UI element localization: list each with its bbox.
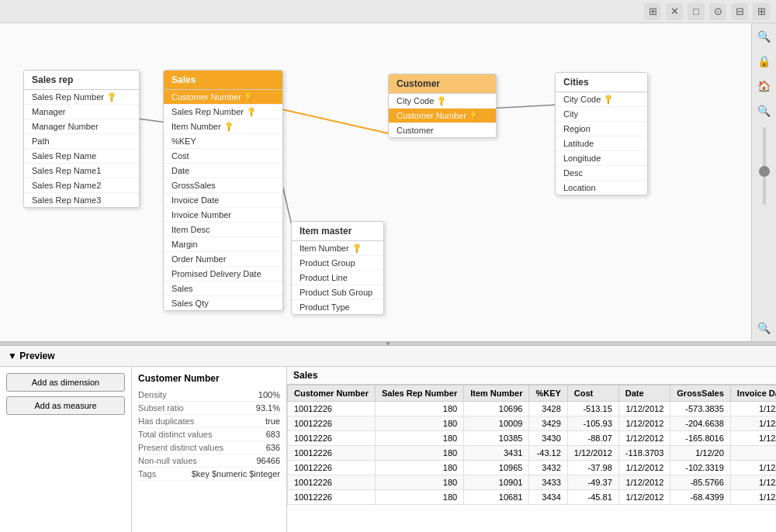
table-row: 10012226180109013433-49.371/12/2012-85.5… (288, 475, 777, 490)
key-icon-srn: 🔑 (245, 106, 257, 118)
field-city[interactable]: City (556, 107, 647, 122)
key-icon-in: 🔑 (223, 121, 234, 133)
field-salesrep-name3[interactable]: Sales Rep Name3 (24, 193, 139, 207)
field-cost[interactable]: Cost (164, 149, 282, 164)
canvas-area: Sales rep Sales Rep Number 🔑 Manager Man… (0, 23, 776, 341)
field-city-code[interactable]: City Code 🔑 (389, 94, 496, 109)
table-itemmaster-header: Item master (292, 222, 383, 241)
field-customer-number-cust[interactable]: Customer Number 🔑 (389, 109, 496, 123)
table-customer: Customer City Code 🔑 Customer Number 🔑 C… (388, 74, 497, 138)
zoom-track[interactable] (763, 127, 766, 205)
field-im-item-number[interactable]: Item Number 🔑 (292, 241, 383, 256)
field-promised-delivery[interactable]: Promised Delivery Date (164, 267, 282, 282)
home-icon[interactable]: 🏠 (756, 78, 773, 95)
preview-meta-panel: Customer Number Density 100% Subset rati… (132, 367, 287, 532)
field-latitude[interactable]: Latitude (556, 136, 647, 151)
col-pkey: %KEY (529, 385, 567, 402)
zoom-in-icon[interactable]: 🔍 (756, 28, 773, 45)
preview-area: ▼ Preview Add as dimension Add as measur… (0, 346, 776, 532)
field-location[interactable]: Location (556, 181, 647, 195)
add-measure-button[interactable]: Add as measure (6, 396, 125, 415)
meta-pd-label: Present distinct values (138, 443, 223, 452)
field-customer-number[interactable]: Customer Number 🔑 (164, 90, 282, 105)
toolbar-icon-1[interactable]: ⊞ (644, 3, 661, 20)
field-invoice-date[interactable]: Invoice Date (164, 193, 282, 208)
table-sales: Sales Customer Number 🔑 Sales Rep Number… (163, 70, 283, 311)
field-invoice-number[interactable]: Invoice Number (164, 208, 282, 223)
zoom-thumb[interactable] (759, 166, 770, 177)
field-salesrep-name1[interactable]: Sales Rep Name1 (24, 164, 139, 178)
field-cities-city-code[interactable]: City Code 🔑 (556, 92, 647, 107)
field-customer[interactable]: Customer (389, 123, 496, 137)
toolbar: ⊞ ✕ □ ⊙ ⊟ ⊞ (0, 0, 776, 23)
table-row: 10012226180100093429-105.931/12/2012-204… (288, 416, 777, 431)
meta-td-label: Total distinct values (138, 430, 212, 439)
field-order-number[interactable]: Order Number (164, 252, 282, 267)
field-sales-rep-number[interactable]: Sales Rep Number 🔑 (164, 105, 282, 119)
table-row: 10012226180103853430-88.071/12/2012-165.… (288, 431, 777, 446)
field-manager-number[interactable]: Manager Number (24, 119, 139, 134)
table-row: 10012226180109653432-37.981/12/2012-102.… (288, 461, 777, 475)
field-product-group[interactable]: Product Group (292, 256, 383, 271)
meta-tags-label: Tags (138, 469, 156, 478)
meta-subset-value: 93.1% (256, 403, 280, 413)
table-row: 100122261803431-43.121/12/2012-118.37031… (288, 446, 777, 461)
table-sales-header: Sales (164, 71, 282, 90)
toolbar-icon-2[interactable]: ✕ (666, 3, 683, 20)
col-sales-rep-number: Sales Rep Number (375, 385, 463, 402)
field-salesrep-name[interactable]: Sales Rep Name (24, 149, 139, 164)
meta-field-name: Customer Number (138, 373, 280, 384)
field-grosssales[interactable]: GrossSales (164, 178, 282, 193)
field-region[interactable]: Region (556, 122, 647, 136)
field-product-type[interactable]: Product Type (292, 300, 383, 314)
meta-total-distinct: Total distinct values 683 (138, 428, 280, 441)
field-date[interactable]: Date (164, 164, 282, 178)
table-salesrep: Sales rep Sales Rep Number 🔑 Manager Man… (23, 70, 140, 208)
meta-td-value: 683 (266, 430, 280, 439)
field-salesrep-name2[interactable]: Sales Rep Name2 (24, 178, 139, 193)
col-customer-number: Customer Number (288, 385, 376, 402)
lock-icon[interactable]: 🔒 (756, 53, 773, 70)
meta-density-label: Density (138, 390, 167, 399)
meta-density-value: 100% (258, 390, 280, 399)
svg-line-3 (487, 105, 559, 109)
field-desc[interactable]: Desc (556, 166, 647, 181)
toolbar-icon-3[interactable]: □ (688, 3, 705, 20)
preview-table-body: 10012226180106963428-513.151/12/2012-573… (288, 402, 777, 505)
table-cities-header: Cities (556, 73, 647, 92)
toolbar-icon-5[interactable]: ⊟ (731, 3, 748, 20)
toolbar-icon-4[interactable]: ⊙ (709, 3, 726, 20)
field-longitude[interactable]: Longitude (556, 151, 647, 166)
field-item-number[interactable]: Item Number 🔑 (164, 119, 282, 134)
meta-nonnull: Non-null values 96466 (138, 454, 280, 468)
table-salesrep-header: Sales rep (24, 71, 139, 90)
zoom-fit-icon[interactable]: 🔍 (756, 320, 773, 337)
preview-table-area[interactable]: Sales Customer Number Sales Rep Number I… (287, 367, 776, 532)
col-date: Date (618, 385, 670, 402)
col-item-number: Item Number (464, 385, 529, 402)
add-dimension-button[interactable]: Add as dimension (6, 373, 125, 392)
meta-dup-label: Has duplicates (138, 416, 194, 426)
col-cost: Cost (567, 385, 618, 402)
key-icon-cc: 🔑 (435, 95, 447, 107)
field-product-line[interactable]: Product Line (292, 271, 383, 285)
table-row: 10012226180106813434-45.811/12/2012-68.4… (288, 490, 777, 505)
field-sales-qty[interactable]: Sales Qty (164, 296, 282, 310)
toolbar-icon-6[interactable]: ⊞ (753, 3, 770, 20)
field-item-desc[interactable]: Item Desc (164, 223, 282, 237)
key-icon-cn: 🔑 (243, 92, 255, 103)
field-path[interactable]: Path (24, 134, 139, 149)
field-manager[interactable]: Manager (24, 105, 139, 119)
svg-line-2 (272, 107, 392, 134)
field-salesrep-number[interactable]: Sales Rep Number 🔑 (24, 90, 139, 105)
field-sales[interactable]: Sales (164, 282, 282, 296)
field-margin[interactable]: Margin (164, 237, 282, 252)
table-cities: Cities City Code 🔑 City Region Latitude … (555, 72, 648, 195)
field-pkey[interactable]: %KEY (164, 134, 282, 149)
meta-duplicates: Has duplicates true (138, 415, 280, 428)
data-table: Customer Number Sales Rep Number Item Nu… (287, 385, 776, 505)
zoom-out-icon[interactable]: 🔍 (756, 102, 773, 119)
preview-left-panel: Add as dimension Add as measure (0, 367, 132, 532)
field-product-subgroup[interactable]: Product Sub Group (292, 285, 383, 300)
key-icon: 🔑 (106, 92, 117, 103)
